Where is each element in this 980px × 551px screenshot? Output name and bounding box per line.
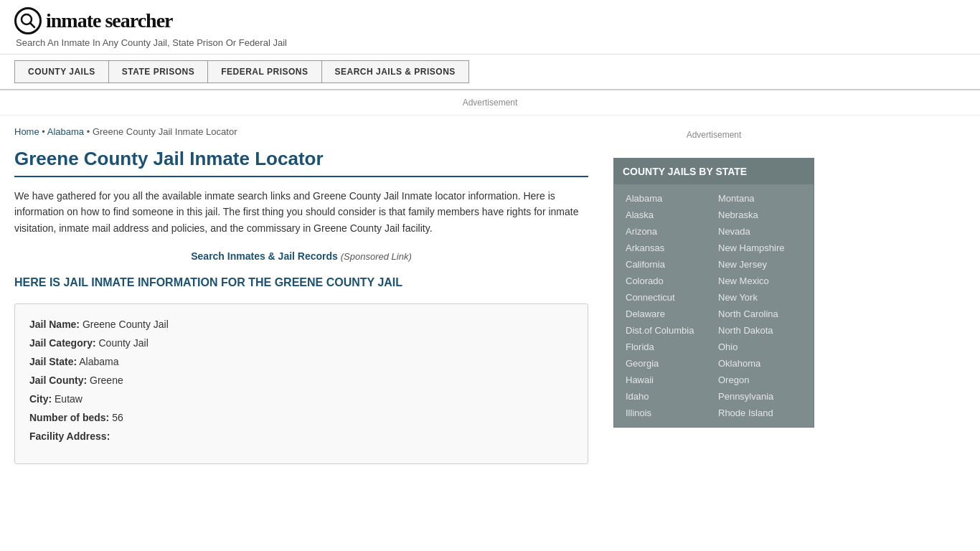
state-link[interactable]: New Mexico (714, 273, 806, 289)
site-tagline: Search An Inmate In Any County Jail, Sta… (14, 37, 966, 48)
nav-federal-prisons[interactable]: FEDERAL PRISONS (207, 60, 321, 83)
state-link[interactable]: Rhode Island (714, 405, 806, 421)
state-link[interactable]: Montana (714, 190, 806, 207)
state-link[interactable]: New Jersey (714, 256, 806, 273)
top-ad-banner: Advertisement (0, 90, 980, 116)
info-value-state: Alabama (79, 356, 118, 367)
content-area: Home • Alabama • Greene County Jail Inma… (0, 116, 603, 489)
info-row-city: City: Eutaw (29, 393, 573, 405)
info-label-category: Jail Category: (29, 337, 96, 349)
state-link[interactable]: Idaho (621, 388, 714, 405)
info-row-category: Jail Category: County Jail (29, 337, 573, 349)
info-value-county: Greene (90, 375, 123, 386)
nav-search-jails[interactable]: SEARCH JAILS & PRISONS (321, 60, 469, 83)
sidebar-ad: Advertisement (613, 123, 814, 147)
search-inmates-link[interactable]: Search Inmates & Jail Records (191, 250, 338, 262)
nav-state-prisons[interactable]: STATE PRISONS (108, 60, 207, 83)
state-link[interactable]: Oregon (714, 372, 806, 388)
section-header: HERE IS JAIL INMATE INFORMATION FOR THE … (14, 276, 588, 289)
breadcrumb-current: Greene County Jail Inmate Locator (93, 126, 237, 137)
info-row-county: Jail County: Greene (29, 375, 573, 386)
state-box-title: COUNTY JAILS BY STATE (614, 159, 814, 184)
info-row-address: Facility Address: (29, 430, 573, 442)
state-link[interactable]: New Hampshire (714, 240, 806, 256)
sponsored-label: (Sponsored Link) (341, 251, 412, 262)
info-label-state: Jail State: (29, 356, 77, 367)
state-link[interactable]: North Carolina (714, 306, 806, 322)
logo-area: inmate searcher (14, 7, 966, 34)
state-link[interactable]: Dist.of Columbia (621, 322, 714, 339)
info-label-city: City: (29, 393, 52, 405)
state-link[interactable]: Hawaii (621, 372, 714, 388)
info-value-beds: 56 (112, 412, 123, 423)
state-link[interactable]: Nevada (714, 223, 806, 240)
site-logo-text: inmate searcher (46, 9, 173, 32)
info-row-name: Jail Name: Greene County Jail (29, 319, 573, 330)
info-label-county: Jail County: (29, 375, 87, 386)
nav-county-jails[interactable]: COUNTY JAILS (14, 60, 108, 83)
state-link[interactable]: Arkansas (621, 240, 714, 256)
site-header: inmate searcher Search An Inmate In Any … (0, 0, 980, 55)
state-grid: AlabamaMontanaAlaskaNebraskaArizonaNevad… (614, 184, 814, 427)
state-link[interactable]: Oklahoma (714, 355, 806, 372)
info-value-name: Greene County Jail (83, 319, 169, 330)
state-box: COUNTY JAILS BY STATE AlabamaMontanaAlas… (613, 158, 814, 428)
info-label-address: Facility Address: (29, 430, 110, 442)
state-link[interactable]: Delaware (621, 306, 714, 322)
navigation: COUNTY JAILS STATE PRISONS FEDERAL PRISO… (0, 55, 980, 90)
page-description: We have gathered for you all the availab… (14, 188, 588, 236)
state-link[interactable]: New York (714, 289, 806, 306)
state-link[interactable]: North Dakota (714, 322, 806, 339)
state-link[interactable]: California (621, 256, 714, 273)
info-value-city: Eutaw (55, 393, 83, 405)
breadcrumb: Home • Alabama • Greene County Jail Inma… (14, 126, 588, 137)
info-row-state: Jail State: Alabama (29, 356, 573, 367)
state-link[interactable]: Illinois (621, 405, 714, 421)
page-title: Greene County Jail Inmate Locator (14, 148, 588, 177)
state-link[interactable]: Alaska (621, 207, 714, 223)
state-link[interactable]: Florida (621, 339, 714, 355)
svg-line-1 (30, 23, 34, 27)
state-link[interactable]: Nebraska (714, 207, 806, 223)
state-link[interactable]: Alabama (621, 190, 714, 207)
search-link-area: Search Inmates & Jail Records (Sponsored… (14, 250, 588, 262)
state-link[interactable]: Colorado (621, 273, 714, 289)
info-value-category: County Jail (98, 337, 148, 349)
main-layout: Home • Alabama • Greene County Jail Inma… (0, 116, 980, 489)
state-link[interactable]: Arizona (621, 223, 714, 240)
info-label-name: Jail Name: (29, 319, 80, 330)
info-label-beds: Number of beds: (29, 412, 109, 423)
logo-icon (14, 7, 42, 34)
state-link[interactable]: Connecticut (621, 289, 714, 306)
sidebar: Advertisement COUNTY JAILS BY STATE Alab… (603, 116, 825, 489)
breadcrumb-home[interactable]: Home (14, 126, 39, 137)
info-row-beds: Number of beds: 56 (29, 412, 573, 423)
jail-info-box: Jail Name: Greene County Jail Jail Categ… (14, 303, 588, 464)
state-link[interactable]: Georgia (621, 355, 714, 372)
state-link[interactable]: Pennsylvania (714, 388, 806, 405)
state-link[interactable]: Ohio (714, 339, 806, 355)
breadcrumb-state[interactable]: Alabama (47, 126, 84, 137)
